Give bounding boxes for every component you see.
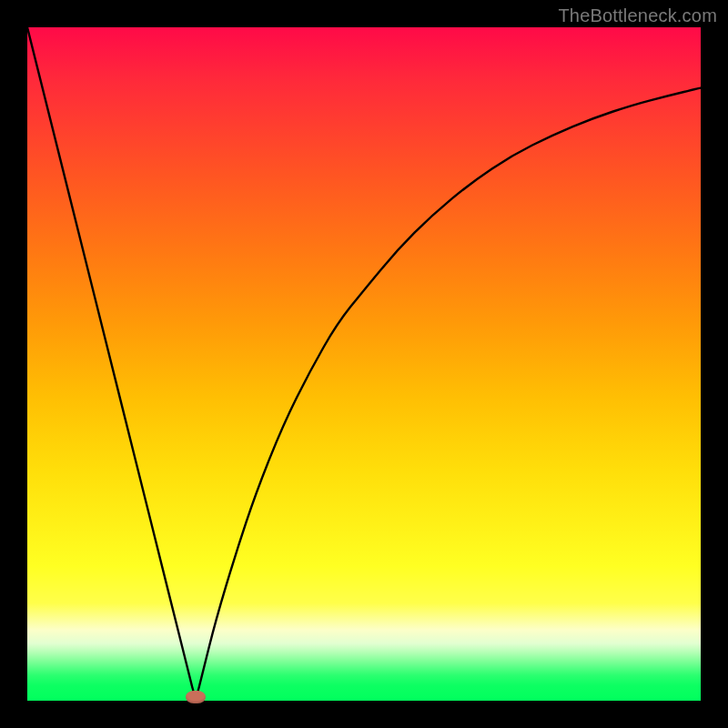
chart-frame: TheBottleneck.com — [0, 0, 728, 728]
watermark-text: TheBottleneck.com — [558, 5, 717, 26]
minimum-marker — [186, 691, 206, 703]
curve-path — [27, 27, 701, 694]
chart-plot-area — [27, 27, 701, 701]
bottleneck-curve — [27, 27, 701, 701]
